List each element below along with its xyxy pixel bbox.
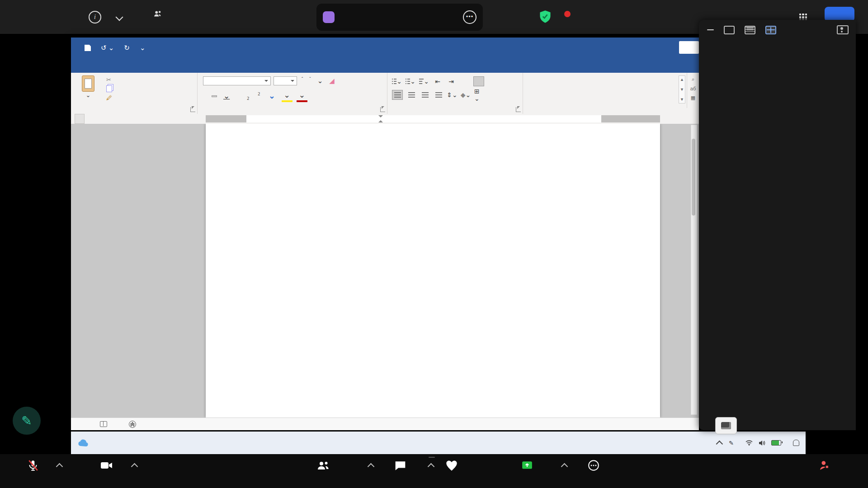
text-effects-button[interactable]: ⌄ xyxy=(266,91,277,101)
document-page[interactable] xyxy=(206,124,660,418)
picture-icon xyxy=(721,422,731,429)
chat-button[interactable] xyxy=(394,460,406,474)
select-icon[interactable]: ▦ xyxy=(691,95,695,101)
participants-options-chevron[interactable] xyxy=(368,463,375,470)
highlight-button[interactable]: ⌄ xyxy=(282,90,292,102)
font-name-combo[interactable] xyxy=(203,76,271,85)
word-titlebar: ↺ ⌄ ↻ ⌄ xyxy=(71,38,699,59)
accessibility-icon xyxy=(129,421,136,428)
tray-expand-icon[interactable] xyxy=(716,440,723,447)
font-dialog-launcher[interactable] xyxy=(380,107,385,112)
weather-widget[interactable] xyxy=(77,438,93,447)
pen-icon[interactable]: ✎ xyxy=(729,440,734,446)
justify-button[interactable] xyxy=(434,90,443,99)
tab-selector[interactable] xyxy=(75,114,85,124)
gallery-view-icon[interactable] xyxy=(765,26,776,34)
quick-access-toolbar: ↺ ⌄ ↻ ⌄ xyxy=(85,44,145,52)
copy-icon xyxy=(106,85,112,92)
info-icon[interactable]: i xyxy=(89,11,101,23)
share-options-chevron[interactable] xyxy=(561,463,568,470)
format-painter-button[interactable]: 🖉 xyxy=(106,94,115,101)
styles-scroll[interactable]: ▲▼▼ xyxy=(679,75,685,103)
clipboard-icon xyxy=(82,75,94,92)
multilevel-list-button[interactable]: ⌄ xyxy=(419,77,429,86)
increase-indent-button[interactable]: ⇥ xyxy=(446,77,456,86)
wifi-icon[interactable] xyxy=(745,440,753,446)
save-icon[interactable] xyxy=(85,45,91,51)
bold-button[interactable] xyxy=(203,96,208,97)
cut-button[interactable]: ✂ xyxy=(106,76,115,83)
paragraph-dialog-launcher[interactable] xyxy=(516,107,521,112)
line-spacing-button[interactable]: ⇕⌄ xyxy=(447,90,457,99)
chat-options-chevron[interactable] xyxy=(428,463,435,470)
camera-icon xyxy=(100,460,113,471)
list-view-icon[interactable] xyxy=(745,26,755,34)
qat-customize-icon[interactable]: ⌄ xyxy=(140,44,146,52)
more-button[interactable] xyxy=(588,460,599,474)
copy-button[interactable] xyxy=(106,85,115,92)
notifications-icon[interactable] xyxy=(793,440,799,446)
clipboard-group: ⌄ ✂ 🖉 xyxy=(71,73,198,114)
document-canvas xyxy=(71,124,699,418)
paste-button[interactable]: ⌄ xyxy=(75,75,101,103)
participants-button[interactable] xyxy=(316,460,330,474)
clipboard-dialog-launcher[interactable] xyxy=(190,107,195,112)
shrink-font-button[interactable]: ˇ xyxy=(307,77,312,85)
speaker-icon[interactable] xyxy=(759,440,765,446)
battery-icon[interactable] xyxy=(771,440,781,446)
font-color-button[interactable]: ⌄ xyxy=(297,90,307,102)
word-signin-button[interactable] xyxy=(679,41,699,54)
sort-button[interactable] xyxy=(460,77,470,86)
scrollbar-thumb[interactable] xyxy=(692,139,695,216)
tab-meeting[interactable] xyxy=(153,9,167,19)
align-right-button[interactable] xyxy=(420,90,430,99)
self-view-icon[interactable] xyxy=(837,25,849,34)
audio-options-chevron[interactable] xyxy=(56,463,63,470)
numbered-list-button[interactable]: ⌄ xyxy=(406,77,415,86)
more-options-icon[interactable]: ••• xyxy=(463,10,476,24)
indent-markers[interactable] xyxy=(378,115,383,122)
superscript-button[interactable]: 2 xyxy=(255,91,262,101)
react-button[interactable] xyxy=(445,460,458,474)
bullet-list-button[interactable]: ⌄ xyxy=(392,77,402,86)
accessibility-status[interactable] xyxy=(129,421,139,428)
show-marks-button[interactable] xyxy=(473,76,484,86)
video-button[interactable] xyxy=(100,460,113,474)
scissors-icon: ✂ xyxy=(106,76,111,83)
rec-dot-icon xyxy=(564,11,571,17)
redo-icon[interactable]: ↻ xyxy=(124,44,130,52)
find-icon[interactable]: ⌕ xyxy=(692,76,694,82)
avatar xyxy=(323,11,335,23)
change-case-button[interactable]: ⌄ xyxy=(316,77,325,85)
chevron-down-icon[interactable] xyxy=(116,14,123,21)
underline-button[interactable]: ⌄ xyxy=(221,91,232,101)
leave-button[interactable] xyxy=(818,460,831,474)
italic-button[interactable] xyxy=(212,95,217,97)
strikethrough-button[interactable] xyxy=(236,96,241,97)
audio-button[interactable] xyxy=(27,460,39,474)
tab-shared-screen[interactable]: ••• xyxy=(316,4,483,31)
participants-count-badge xyxy=(429,457,435,458)
speaker-view-icon[interactable] xyxy=(724,26,735,34)
security-shield-icon[interactable] xyxy=(539,10,552,23)
vertical-scrollbar[interactable] xyxy=(691,125,697,415)
shading-button[interactable]: ◆⌄ xyxy=(461,90,471,99)
align-left-button[interactable] xyxy=(392,90,403,100)
floating-widget[interactable] xyxy=(715,417,737,434)
grow-font-button[interactable]: ˆ xyxy=(300,77,305,85)
decrease-indent-button[interactable]: ⇤ xyxy=(433,77,443,86)
replace-icon[interactable]: аб xyxy=(690,86,696,91)
clear-formatting-button[interactable]: ◢ xyxy=(327,77,336,85)
minimize-panel-icon[interactable] xyxy=(707,29,714,31)
undo-icon[interactable]: ↺ ⌄ xyxy=(101,44,114,52)
share-button[interactable] xyxy=(521,460,533,474)
align-center-button[interactable] xyxy=(406,90,416,99)
video-options-chevron[interactable] xyxy=(131,463,138,470)
font-size-combo[interactable] xyxy=(274,76,297,85)
borders-button[interactable]: ⊞ ⌄ xyxy=(474,90,484,99)
participants-icon xyxy=(316,460,330,471)
proofing-icon[interactable] xyxy=(100,421,107,427)
annotate-button[interactable]: ✎ xyxy=(13,407,41,435)
subscript-button[interactable]: 2 xyxy=(245,91,251,101)
system-tray: ✎ xyxy=(718,432,799,454)
